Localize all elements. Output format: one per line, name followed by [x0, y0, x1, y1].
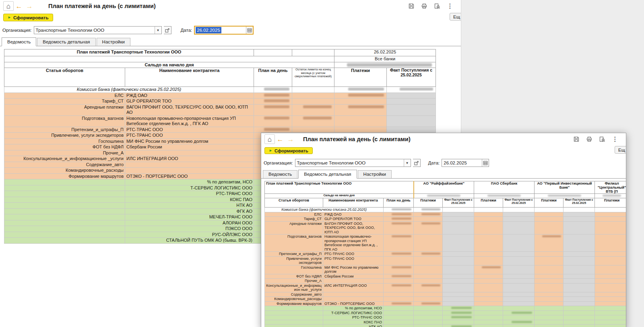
value-cell[interactable]: [384, 274, 414, 279]
value-cell[interactable]: [443, 311, 474, 315]
value-cell[interactable]: [474, 315, 503, 320]
value-cell[interactable]: [503, 256, 535, 265]
value-cell[interactable]: [384, 301, 414, 306]
value-cell[interactable]: [443, 325, 474, 327]
value-cell[interactable]: [474, 306, 503, 311]
contragent-cell[interactable]: НТК АО: [125, 203, 254, 209]
contragent-cell[interactable]: РЖД ОАО: [125, 93, 254, 99]
statya-cell[interactable]: Формирование маршрутов: [4, 173, 125, 179]
statya-cell[interactable]: [265, 315, 323, 320]
value-cell[interactable]: [503, 320, 535, 325]
value-cell[interactable]: [564, 221, 595, 234]
contragent-cell[interactable]: GLP OPERATOR TOO: [323, 217, 384, 222]
table-row[interactable]: Претензии_и_штрафы_ПРТС-ТРАНС ООО: [4, 127, 436, 133]
table-row[interactable]: % по депозитам, НСО: [265, 306, 626, 311]
value-cell[interactable]: [414, 234, 443, 252]
value-cell[interactable]: [443, 320, 474, 325]
value-cell[interactable]: [384, 221, 414, 234]
value-cell[interactable]: [387, 127, 436, 133]
contragent-cell[interactable]: Т-СЕРВИС ЛОГИСТИКС ООО: [323, 311, 384, 315]
value-cell[interactable]: [503, 279, 535, 284]
value-cell[interactable]: [414, 265, 443, 274]
value-cell[interactable]: [535, 265, 564, 274]
org-input[interactable]: Транспортные Технологии ООО ▾: [295, 159, 411, 167]
statya-cell[interactable]: [4, 220, 125, 226]
value-cell[interactable]: [564, 315, 595, 320]
statya-cell[interactable]: Прочие_А: [265, 279, 323, 284]
value-cell[interactable]: [254, 99, 292, 105]
contragent-cell[interactable]: [125, 150, 254, 156]
table-row[interactable]: Претензии_и_штрафы_ПРТС-ТРАНС ООО: [265, 252, 626, 257]
statya-cell[interactable]: [265, 311, 323, 315]
contragent-cell[interactable]: ИЛС ИНТЕГРАЦИЯ ООО: [323, 283, 384, 292]
value-cell[interactable]: [595, 320, 626, 325]
contragent-cell[interactable]: РТС-ТРАНС ООО: [323, 256, 384, 265]
contragent-cell[interactable]: Сбербанк России: [125, 144, 254, 150]
contragent-cell[interactable]: РЖД ОАО: [323, 212, 384, 217]
value-cell[interactable]: [564, 256, 595, 265]
contragent-cell[interactable]: НТК АО: [323, 325, 384, 327]
contragent-cell[interactable]: Новополоцкая промывочно-пропарочная стан…: [125, 115, 254, 127]
value-cell[interactable]: [564, 274, 595, 279]
value-cell[interactable]: [384, 297, 414, 302]
contragent-cell[interactable]: МИ ФНС России по управлению долгом: [125, 138, 254, 144]
contragent-cell[interactable]: ФГК АО: [125, 208, 254, 214]
value-cell[interactable]: [292, 93, 334, 99]
print-button[interactable]: [584, 134, 594, 144]
value-cell[interactable]: [535, 279, 564, 284]
tab-settings[interactable]: Настройки: [97, 38, 130, 46]
value-cell[interactable]: [503, 301, 535, 306]
value-cell[interactable]: [384, 256, 414, 265]
col-header-plan[interactable]: План на день: [384, 198, 414, 208]
statya-cell[interactable]: [4, 214, 125, 220]
contragent-cell[interactable]: РУС-ОЙЛЭКС ООО: [125, 232, 254, 238]
contragent-cell[interactable]: КОКС ПАО: [125, 197, 254, 203]
contragent-cell[interactable]: РТС-ТРАНС ООО: [125, 133, 254, 139]
value-cell[interactable]: [503, 306, 535, 311]
value-cell[interactable]: [292, 115, 334, 127]
value-cell[interactable]: [564, 297, 595, 302]
col-header-plan[interactable]: План на день: [254, 68, 292, 87]
tab-settings[interactable]: Настройки: [358, 170, 392, 178]
more-menu-button[interactable]: ⋮: [610, 134, 620, 144]
value-cell[interactable]: [564, 212, 595, 217]
value-cell[interactable]: [595, 212, 626, 217]
section-row[interactable]: Комиссия банка (фактически списана 25.02…: [265, 208, 626, 212]
contragent-cell[interactable]: ОТЭКО - ПОРТСЕРВИС ООО: [125, 173, 254, 179]
value-cell[interactable]: [414, 301, 443, 306]
table-row[interactable]: Прочие_А: [265, 279, 626, 284]
value-cell[interactable]: [535, 208, 564, 212]
table-row[interactable]: КОКС ПАО: [265, 320, 626, 325]
value-cell[interactable]: [414, 297, 443, 302]
value-cell[interactable]: [334, 104, 387, 115]
value-cell[interactable]: [474, 212, 503, 217]
value-cell[interactable]: [443, 234, 474, 252]
table-row[interactable]: РТС-ТРАНС ООО: [265, 315, 626, 320]
value-cell[interactable]: [564, 234, 595, 252]
contragent-cell[interactable]: РТС-ТРАНС ООО: [323, 252, 384, 257]
value-cell[interactable]: [503, 297, 535, 302]
value-cell[interactable]: [414, 279, 443, 284]
col-header-statya[interactable]: Статья оборотов: [4, 68, 125, 87]
value-cell[interactable]: [595, 265, 626, 274]
table-row[interactable]: ЕЛСРЖД ОАО: [265, 212, 626, 217]
save-button[interactable]: [406, 1, 417, 11]
value-cell[interactable]: [564, 292, 595, 297]
contragent-cell[interactable]: Новополоцкая промывочно-пропарочная стан…: [323, 234, 384, 252]
value-cell[interactable]: [443, 283, 474, 292]
date-input[interactable]: 26.02.2025: [194, 26, 254, 35]
table-row[interactable]: Подготовка_вагоновНовополоцкая промывочн…: [4, 115, 436, 127]
value-cell[interactable]: [535, 234, 564, 252]
statya-cell[interactable]: Консультационные_и_информационные _услуг…: [4, 156, 125, 162]
value-cell[interactable]: [384, 315, 414, 320]
tab-vedomost-detail[interactable]: Ведомость детальная: [37, 38, 95, 46]
value-cell[interactable]: [443, 221, 474, 234]
value-cell[interactable]: [384, 311, 414, 315]
col-header-pay[interactable]: Платежи: [414, 198, 443, 208]
contragent-cell[interactable]: [323, 292, 384, 297]
value-cell[interactable]: [564, 208, 595, 212]
value-cell[interactable]: [474, 217, 503, 222]
statya-cell[interactable]: Подготовка_вагонов: [265, 234, 323, 252]
value-cell[interactable]: [503, 274, 535, 279]
value-cell[interactable]: [384, 279, 414, 284]
